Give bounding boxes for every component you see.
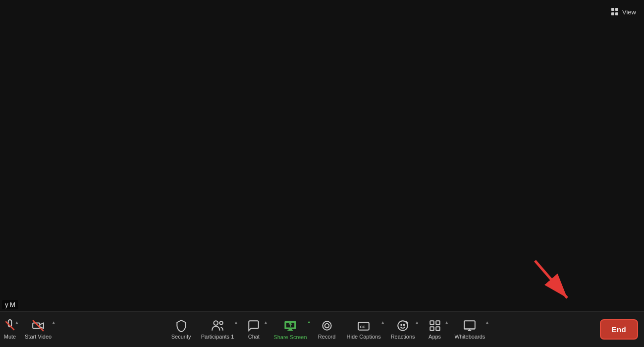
chat-icon xyxy=(247,319,260,332)
svg-rect-21 xyxy=(430,321,434,325)
participants-item[interactable]: Participants 1 ▲ xyxy=(196,316,239,343)
svg-rect-23 xyxy=(430,327,434,331)
video-area: View y M Mute ▲ xyxy=(0,0,644,347)
toolbar: Mute ▲ Start Video ▲ xyxy=(0,311,644,347)
svg-line-4 xyxy=(33,320,44,331)
participants-caret[interactable]: ▲ xyxy=(234,320,238,325)
view-label: View xyxy=(622,8,636,16)
svg-line-2 xyxy=(5,321,14,330)
hide-captions-caret[interactable]: ▲ xyxy=(381,320,385,325)
end-button[interactable]: End xyxy=(600,319,638,340)
record-label: Record xyxy=(318,334,335,340)
hide-captions-icon: CC xyxy=(357,319,370,332)
toolbar-center: Security Participants 1 ▲ xyxy=(56,316,600,343)
svg-rect-22 xyxy=(436,321,440,325)
apps-label: Apps xyxy=(429,334,441,340)
grid-icon xyxy=(611,8,619,16)
chat-label: Chat xyxy=(248,334,260,340)
share-screen-caret[interactable]: ▲ xyxy=(307,320,311,324)
participants-label: Participants 1 xyxy=(201,334,234,340)
svg-rect-24 xyxy=(436,327,440,331)
start-video-icon xyxy=(32,319,45,332)
svg-rect-25 xyxy=(465,321,476,329)
whiteboards-icon xyxy=(463,319,476,332)
mute-caret[interactable]: ▲ xyxy=(15,320,19,325)
svg-line-19 xyxy=(407,322,408,323)
record-icon xyxy=(321,319,333,332)
arrow-annotation xyxy=(520,256,580,307)
security-item[interactable]: Security xyxy=(166,316,196,343)
start-video-item[interactable]: Start Video ▲ xyxy=(20,316,56,343)
apps-caret[interactable]: ▲ xyxy=(445,320,449,325)
share-screen-icon xyxy=(283,319,297,333)
toolbar-left: Mute ▲ Start Video ▲ xyxy=(0,316,56,343)
toolbar-right: End xyxy=(600,319,638,340)
mute-item[interactable]: Mute ▲ xyxy=(2,316,20,343)
svg-rect-10 xyxy=(287,330,293,331)
svg-point-5 xyxy=(214,321,218,325)
reactions-item[interactable]: Reactions ▲ xyxy=(386,316,420,343)
apps-item[interactable]: Apps ▲ xyxy=(420,316,450,343)
view-button[interactable]: View xyxy=(611,8,636,16)
security-label: Security xyxy=(171,334,191,340)
svg-rect-9 xyxy=(288,329,292,330)
chat-item[interactable]: Chat ▲ xyxy=(239,316,268,343)
security-icon xyxy=(175,319,188,332)
hide-captions-item[interactable]: CC Hide Captions ▲ xyxy=(342,316,386,343)
start-video-caret[interactable]: ▲ xyxy=(52,320,55,325)
record-item[interactable]: Record xyxy=(312,316,342,343)
start-video-label: Start Video xyxy=(25,334,52,340)
svg-point-11 xyxy=(322,321,331,330)
share-screen-item[interactable]: Share Screen ▲ xyxy=(268,316,312,343)
reactions-label: Reactions xyxy=(391,334,415,340)
participants-icon xyxy=(211,319,224,332)
svg-point-15 xyxy=(398,321,408,331)
whiteboards-item[interactable]: Whiteboards ▲ xyxy=(450,316,490,343)
chat-caret[interactable]: ▲ xyxy=(264,320,268,325)
whiteboards-caret[interactable]: ▲ xyxy=(485,320,489,325)
share-screen-label: Share Screen xyxy=(273,334,307,340)
svg-point-16 xyxy=(401,324,402,325)
whiteboards-label: Whiteboards xyxy=(455,334,485,340)
svg-point-17 xyxy=(404,324,405,325)
apps-icon xyxy=(429,319,441,332)
reactions-icon xyxy=(396,319,409,332)
svg-point-12 xyxy=(324,324,329,328)
mute-label: Mute xyxy=(4,334,16,340)
hide-captions-label: Hide Captions xyxy=(347,334,381,340)
user-name-badge: y M xyxy=(2,300,18,309)
svg-line-1 xyxy=(535,261,567,298)
svg-text:CC: CC xyxy=(360,325,366,329)
svg-point-6 xyxy=(219,321,223,325)
reactions-caret[interactable]: ▲ xyxy=(415,320,419,325)
